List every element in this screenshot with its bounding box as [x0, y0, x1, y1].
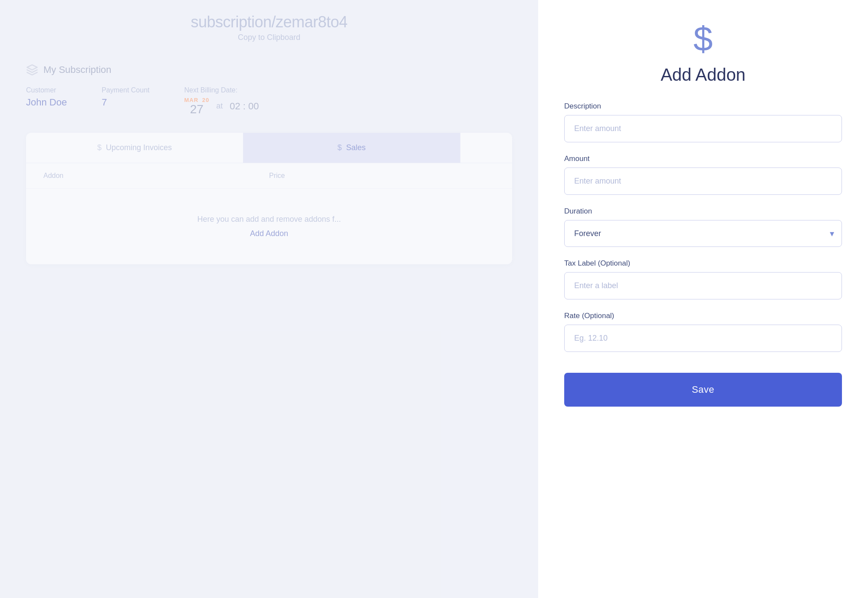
section-title: My Subscription — [43, 64, 112, 76]
duration-field-group: Duration Forever Once Repeating ▾ — [564, 207, 842, 247]
table-header: Addon Price — [26, 163, 512, 189]
next-billing-label: Next Billing Date: — [184, 86, 259, 94]
duration-select[interactable]: Forever Once Repeating — [564, 220, 842, 247]
tabs-container: $ Upcoming Invoices $ Sales Addon Price … — [26, 133, 512, 264]
tab-upcoming-invoices[interactable]: $ Upcoming Invoices — [26, 133, 243, 163]
payment-count-label: Payment Count — [102, 86, 149, 94]
customer-label: Customer — [26, 86, 67, 94]
tax-label-label: Tax Label (Optional) — [564, 259, 842, 268]
amount-input[interactable] — [564, 168, 842, 195]
rate-field-group: Rate (Optional) — [564, 312, 842, 352]
col-addon: Addon — [43, 172, 269, 180]
copy-to-clipboard-link[interactable]: Copy to Clipboard — [26, 33, 512, 42]
billing-at: at — [216, 102, 223, 111]
section-header: My Subscription — [26, 64, 512, 76]
tab-sales[interactable]: $ Sales — [243, 133, 460, 163]
rate-input[interactable] — [564, 325, 842, 352]
col-price: Price — [269, 172, 495, 180]
billing-date: MAR 20 27 at 02 : 00 — [184, 97, 259, 115]
empty-state: Here you can add and remove addons f... … — [26, 189, 512, 264]
tab-third[interactable] — [460, 133, 512, 163]
dollar-icon-sales: $ — [337, 143, 342, 152]
description-input[interactable] — [564, 115, 842, 142]
add-addon-link[interactable]: Add Addon — [250, 229, 288, 238]
customer-info: Customer John Doe — [26, 86, 67, 115]
payment-count-info: Payment Count 7 — [102, 86, 149, 115]
description-field-group: Description — [564, 102, 842, 142]
tax-label-field-group: Tax Label (Optional) — [564, 259, 842, 299]
layers-icon — [26, 64, 38, 76]
save-button[interactable]: Save — [564, 373, 842, 407]
subscription-url: subscription/zemar8to4 — [191, 13, 347, 31]
customer-value: John Doe — [26, 97, 67, 108]
dollar-icon-upcoming: $ — [97, 143, 102, 152]
tab-sales-label: Sales — [346, 143, 365, 152]
panel-title: Add Addon — [661, 65, 746, 85]
billing-time: 02 : 00 — [230, 101, 259, 112]
next-billing-info: Next Billing Date: MAR 20 27 at 02 : 00 — [184, 86, 259, 115]
tab-upcoming-label: Upcoming Invoices — [106, 143, 172, 152]
info-grid: Customer John Doe Payment Count 7 Next B… — [26, 86, 512, 115]
url-bar: subscription/zemar8to4 Copy to Clipboard — [26, 0, 512, 46]
empty-state-message: Here you can add and remove addons f... — [43, 215, 495, 224]
duration-select-wrapper: Forever Once Repeating ▾ — [564, 220, 842, 247]
billing-day: 27 — [184, 103, 209, 115]
tax-label-input[interactable] — [564, 272, 842, 299]
payment-count-value: 7 — [102, 97, 107, 108]
svg-marker-0 — [27, 65, 37, 70]
dollar-big-icon: $ — [694, 22, 713, 56]
left-panel: subscription/zemar8to4 Copy to Clipboard… — [0, 0, 538, 598]
duration-label: Duration — [564, 207, 842, 216]
rate-label: Rate (Optional) — [564, 312, 842, 320]
description-label: Description — [564, 102, 842, 111]
amount-label: Amount — [564, 154, 842, 163]
amount-field-group: Amount — [564, 154, 842, 195]
tabs-row: $ Upcoming Invoices $ Sales — [26, 133, 512, 163]
right-panel: $ Add Addon Description Amount Duration … — [538, 0, 868, 598]
billing-date-box: MAR 20 27 — [184, 97, 209, 115]
